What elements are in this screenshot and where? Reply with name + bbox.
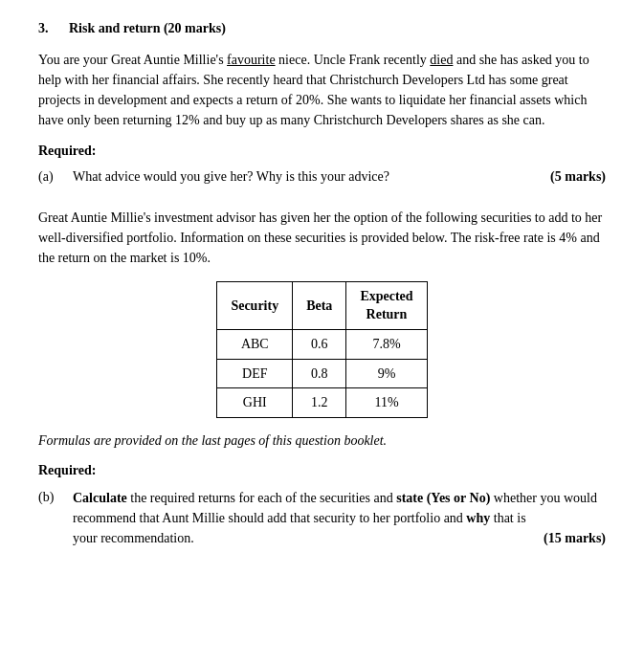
cell-security: DEF [217, 359, 293, 388]
part-b-your-recommendation: your recommendation. [73, 531, 194, 545]
part-b-content: Calculate the required returns for each … [73, 488, 606, 548]
italic-note: Formulas are provided on the last pages … [38, 431, 606, 451]
cell-beta: 0.8 [293, 359, 346, 388]
question-number: 3. [38, 19, 61, 38]
cell-return: 9% [346, 359, 427, 388]
part-b-text: Calculate the required returns for each … [73, 488, 606, 528]
table-row: ABC0.67.8% [217, 329, 427, 359]
table-header-row: Security Beta ExpectedReturn [217, 281, 427, 329]
part-b-text-line2: your recommendation. (15 marks) [73, 528, 606, 548]
cell-return: 11% [346, 388, 427, 418]
part-b-bold-why: why [466, 511, 490, 525]
paragraph-2: Great Auntie Millie's investment advisor… [38, 208, 606, 268]
question-title: Risk and return (20 marks) [69, 19, 226, 38]
part-b-bold-state: state (Yes or No) [396, 491, 490, 505]
table-row: GHI1.211% [217, 388, 427, 418]
securities-table-container: Security Beta ExpectedReturn ABC0.67.8%D… [38, 281, 606, 418]
securities-table: Security Beta ExpectedReturn ABC0.67.8%D… [216, 281, 427, 418]
part-b-bold-calculate: Calculate [73, 491, 127, 505]
question-header: 3. Risk and return (20 marks) [38, 19, 606, 38]
required-label-1: Required: [38, 142, 606, 161]
part-b-row: (b) Calculate the required returns for e… [38, 488, 606, 548]
part-b-label: (b) [38, 488, 73, 507]
cell-beta: 0.6 [293, 329, 346, 359]
paragraph-1-text: You are your Great Auntie Millie's favou… [38, 53, 589, 127]
part-b-text-3: that is [490, 511, 525, 525]
part-a-text: What advice would you give her? Why is t… [73, 167, 539, 187]
col-header-beta: Beta [293, 281, 346, 329]
col-header-expected-return: ExpectedReturn [346, 281, 427, 329]
question-container: 3. Risk and return (20 marks) You are yo… [38, 19, 606, 548]
part-b-marks: (15 marks) [544, 528, 606, 548]
col-header-security: Security [217, 281, 293, 329]
required-label-2: Required: [38, 461, 606, 480]
part-a-label: (a) [38, 167, 73, 187]
part-b-text-1: the required returns for each of the sec… [127, 491, 396, 505]
part-a-marks: (5 marks) [550, 167, 606, 187]
cell-security: ABC [217, 329, 293, 359]
cell-security: GHI [217, 388, 293, 418]
paragraph-1: You are your Great Auntie Millie's favou… [38, 50, 606, 130]
cell-beta: 1.2 [293, 388, 346, 418]
blank-line-1 [38, 192, 606, 208]
part-a-row: (a) What advice would you give her? Why … [38, 167, 606, 187]
cell-return: 7.8% [346, 329, 427, 359]
table-row: DEF0.89% [217, 359, 427, 388]
